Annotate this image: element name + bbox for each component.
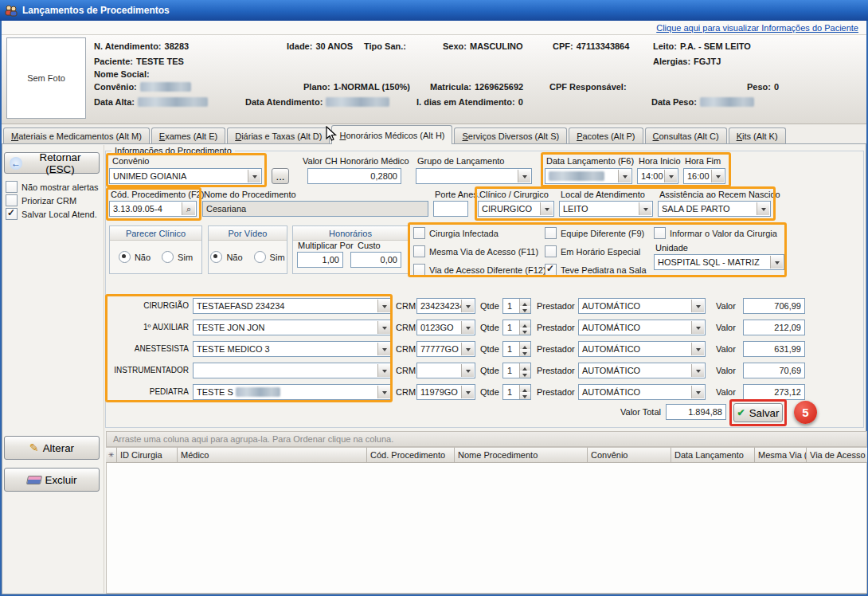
chevron-down-icon[interactable] (691, 364, 704, 377)
prestador-select[interactable]: AUTOMÁTICO (578, 384, 706, 400)
tab-kits[interactable]: Kits (Alt K) (729, 127, 786, 144)
prestador-select[interactable]: AUTOMÁTICO (578, 341, 706, 357)
chevron-down-icon[interactable] (518, 170, 530, 182)
doctor-name-select[interactable] (193, 363, 392, 378)
convenio-browse-button[interactable]: ... (272, 168, 289, 184)
stepper-down-icon[interactable] (520, 306, 530, 313)
multiplicar-input[interactable]: 1,00 (297, 252, 343, 268)
valor-input[interactable]: 631,99 (743, 341, 805, 357)
checkbox-mesma-via[interactable]: Mesma Via de Acesso (F11) (413, 245, 538, 257)
stepper-down-icon[interactable] (520, 371, 530, 378)
valor-input[interactable]: 273,12 (743, 384, 805, 400)
qtde-stepper[interactable]: 1 (502, 384, 531, 400)
valor-ch-input[interactable]: 0,2800 (307, 168, 401, 184)
chevron-down-icon[interactable] (461, 321, 474, 334)
grid-column-header[interactable]: Mesma Via ( (755, 447, 807, 463)
chevron-down-icon[interactable] (664, 170, 677, 182)
grupo-lancamento-select[interactable] (416, 168, 532, 184)
grid-column-header[interactable]: Cód. Procedimento (367, 447, 455, 463)
prestador-select[interactable]: AUTOMÁTICO (578, 363, 706, 378)
chevron-down-icon[interactable] (377, 300, 390, 312)
checkbox-nao-mostrar-alertas[interactable]: Não mostrar alertas (6, 181, 99, 193)
chevron-down-icon[interactable] (461, 343, 474, 355)
qtde-stepper[interactable]: 1 (502, 341, 531, 357)
grid-body[interactable] (106, 463, 867, 594)
checkbox-informar-valor[interactable]: Informar o Valor da Cirurgia (654, 227, 777, 239)
tab-honorarios[interactable]: Honorários Médicos (Alt H) (331, 125, 452, 144)
retornar-button[interactable]: ← Retornar (ESC) (4, 152, 100, 174)
stepper-down-icon[interactable] (520, 327, 530, 335)
convenio-select[interactable]: UNIMED GOIANIA (109, 168, 262, 184)
valor-input[interactable]: 70,69 (743, 363, 805, 378)
patient-info-link[interactable]: Clique aqui para visualizar Informações … (656, 23, 858, 33)
excluir-button[interactable]: Excluir (4, 468, 100, 492)
unidade-select[interactable]: HOSPITAL SQL - MATRIZ (654, 254, 784, 270)
search-icon[interactable]: ⌕ (182, 202, 195, 215)
qtde-stepper[interactable]: 1 (502, 298, 531, 314)
parecer-sim-radio[interactable]: Sim (162, 251, 193, 263)
grid-column-header[interactable]: Data Lançamento (671, 447, 755, 463)
chevron-down-icon[interactable] (461, 364, 474, 377)
prestador-select[interactable]: AUTOMÁTICO (578, 298, 706, 314)
custo-input[interactable]: 0,00 (350, 252, 401, 268)
salvar-button[interactable]: ✔ Salvar (733, 403, 783, 422)
checkbox-salvar-local-atend[interactable]: Salvar Local Atend. (6, 208, 97, 220)
crm-select[interactable]: 234234234( (416, 298, 475, 314)
prestador-select[interactable]: AUTOMÁTICO (578, 320, 706, 335)
chevron-down-icon[interactable] (770, 256, 783, 269)
chevron-down-icon[interactable] (377, 386, 390, 398)
cod-procedimento-input[interactable]: 3.13.09.05-4 ⌕ (109, 201, 197, 217)
checkbox-cirurgia-infectada[interactable]: Cirurgia Infectada (413, 227, 499, 239)
chevron-down-icon[interactable] (618, 170, 631, 182)
qtde-stepper[interactable]: 1 (502, 363, 531, 378)
checkbox-horario-especial[interactable]: Em Horário Especial (545, 245, 640, 257)
stepper-up-icon[interactable] (520, 363, 530, 371)
valor-input[interactable]: 212,09 (743, 320, 805, 335)
crm-select[interactable] (416, 363, 475, 378)
alterar-button[interactable]: ✎ Alterar (4, 436, 100, 460)
doctor-name-select[interactable]: TESTAEFASD 234234 (193, 298, 392, 314)
qtde-stepper[interactable]: 1 (502, 320, 531, 335)
checkbox-priorizar-crm[interactable]: Priorizar CRM (6, 194, 76, 206)
doctor-name-select[interactable]: TESTE MEDICO 3 (193, 341, 392, 357)
chevron-down-icon[interactable] (691, 321, 704, 334)
tab-materiais[interactable]: Materiais e Medicamentos (Alt M) (3, 127, 150, 144)
chevron-down-icon[interactable] (540, 202, 553, 215)
tab-consultas[interactable]: Consultas (Alt C) (645, 127, 727, 144)
clinico-cirurgico-select[interactable]: CIRURGICO (478, 201, 554, 217)
chevron-down-icon[interactable] (377, 364, 390, 377)
video-sim-radio[interactable]: Sim (254, 251, 285, 263)
doctor-name-select[interactable]: TESTE S (193, 384, 392, 400)
chevron-down-icon[interactable] (248, 170, 260, 182)
chevron-down-icon[interactable] (757, 202, 769, 215)
tab-servicos[interactable]: Serviços Diversos (Alt S) (454, 127, 567, 144)
porte-anes-input[interactable] (433, 201, 468, 217)
hora-inicio-input[interactable]: 14:00 (637, 168, 678, 184)
crm-select[interactable]: 0123GO (416, 320, 475, 335)
doctor-name-select[interactable]: TESTE JON JON (193, 320, 392, 335)
stepper-down-icon[interactable] (520, 349, 530, 356)
crm-select[interactable]: 11979GO (416, 384, 475, 400)
chevron-down-icon[interactable] (691, 386, 704, 398)
stepper-up-icon[interactable] (520, 299, 530, 306)
valor-input[interactable]: 706,99 (743, 298, 805, 314)
chevron-down-icon[interactable] (711, 170, 724, 182)
chevron-down-icon[interactable] (461, 386, 474, 398)
grid-column-header[interactable]: Convênio (588, 447, 671, 463)
chevron-down-icon[interactable] (639, 202, 651, 215)
grid-column-header[interactable]: Médico (178, 447, 367, 463)
checkbox-via-diferente[interactable]: Via de Acesso Diferente (F12) (413, 264, 546, 276)
crm-select[interactable]: 77777GO (416, 341, 475, 357)
tab-pacotes[interactable]: Pacotes (Alt P) (569, 127, 643, 144)
chevron-down-icon[interactable] (377, 321, 390, 334)
stepper-down-icon[interactable] (520, 392, 530, 399)
stepper-up-icon[interactable] (520, 320, 530, 327)
grid-column-header[interactable]: ID Cirurgia (117, 447, 178, 463)
chevron-down-icon[interactable] (691, 343, 704, 355)
data-lancamento-select[interactable] (545, 168, 632, 184)
grid-column-header[interactable]: Via de Acesso (807, 447, 867, 463)
checkbox-equipe-diferente[interactable]: Equipe Diferente (F9) (545, 227, 644, 239)
video-nao-radio[interactable]: Não (210, 251, 242, 263)
parecer-nao-radio[interactable]: Não (119, 251, 151, 263)
assistencia-select[interactable]: SALA DE PARTO (658, 201, 771, 217)
